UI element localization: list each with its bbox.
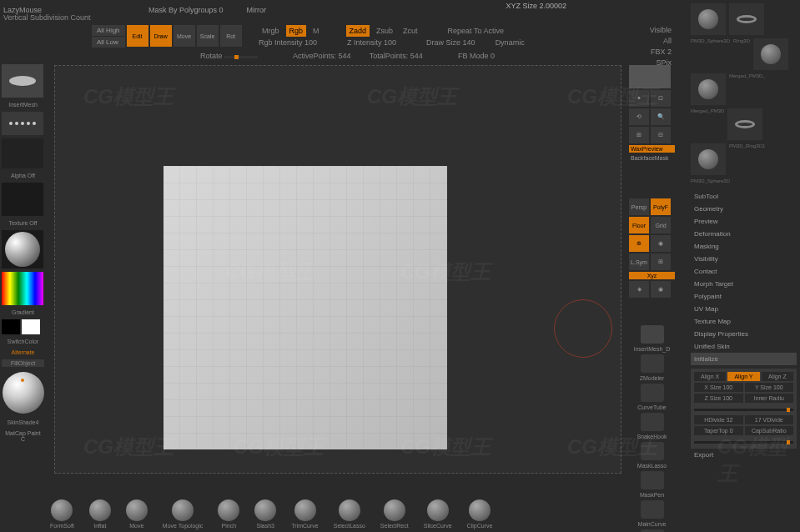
draw-button[interactable]: Draw — [150, 25, 172, 47]
bottom-brush-5[interactable]: Slash3 — [254, 499, 276, 529]
snakehook-icon[interactable] — [641, 413, 664, 431]
bottom-brush-1[interactable]: Inflat — [89, 499, 111, 529]
align-x-button[interactable]: Align X — [694, 372, 726, 381]
section-unified-skin[interactable]: Unified Skin — [691, 340, 797, 353]
tapertop-slider[interactable]: TaperTop 0 — [694, 426, 743, 435]
bpr-button[interactable]: ✦ — [629, 90, 649, 107]
bottom-brush-4[interactable]: Pinch — [218, 499, 239, 529]
section-visibility[interactable]: Visibility — [691, 253, 797, 265]
zsub-button[interactable]: Zsub — [373, 25, 396, 37]
bottom-brush-10[interactable]: ClipCurve — [467, 499, 493, 529]
rgb-intensity-slider[interactable]: Rgb Intensity 100 — [259, 38, 317, 47]
gradient-label[interactable]: Gradient — [2, 309, 44, 316]
bottom-brush-2[interactable]: Move — [126, 499, 148, 529]
frame-button[interactable]: ⊡ — [651, 90, 671, 107]
maskby-label[interactable]: Mask By Polygroups 0 — [148, 6, 224, 14]
section-display-properties[interactable]: Display Properties — [691, 328, 797, 340]
floor-button[interactable]: Floor — [629, 217, 649, 233]
section-contact[interactable]: Contact — [691, 265, 797, 278]
bottom-brush-9[interactable]: SliceCurve — [424, 499, 452, 529]
wax-preview-label[interactable]: WaxPreview — [629, 145, 675, 153]
edit-button[interactable]: Edit — [127, 25, 148, 47]
matcap-label[interactable]: MatCap Paint C — [2, 429, 44, 443]
section-uv-map[interactable]: UV Map — [691, 303, 797, 315]
zcut-button[interactable]: Zcut — [400, 25, 421, 37]
section-geometry[interactable]: Geometry — [691, 203, 797, 215]
subdiv-label[interactable]: Vertical Subdivision Count — [3, 13, 91, 22]
zadd-button[interactable]: Zadd — [346, 25, 370, 37]
mrgb-button[interactable]: Mrgb — [259, 25, 283, 37]
bottom-brush-0[interactable]: FormSoft — [50, 499, 74, 529]
rotate-label[interactable]: Rotate — [200, 52, 223, 60]
hdivide-slider[interactable]: HDivide 32 — [694, 415, 743, 424]
bottom-brush-7[interactable]: SelectLasso — [334, 499, 365, 529]
capsubratio-slider[interactable]: CapSubRatio — [745, 426, 794, 435]
xyz-button[interactable]: Xyz — [629, 272, 675, 279]
bottom-brush-8[interactable]: SelectRect — [380, 499, 409, 529]
color-picker[interactable] — [2, 272, 43, 305]
fb-mode-label[interactable]: FB Mode 0 — [458, 52, 495, 60]
y-size-slider[interactable]: Y Size 100 — [745, 383, 794, 392]
all-label[interactable]: All — [660, 36, 675, 46]
align-z-button[interactable]: Align Z — [762, 372, 793, 381]
color-swatch-white[interactable] — [22, 319, 40, 334]
fbx-label[interactable]: FBX 2 — [647, 47, 675, 57]
bottom-brush-3[interactable]: Move Topologic — [163, 499, 204, 529]
section-texture-map[interactable]: Texture Map — [691, 315, 797, 328]
inner-radius-slider[interactable]: Inner Radiu — [745, 394, 794, 403]
maskpen-icon[interactable] — [641, 471, 664, 489]
bottom-brush-6[interactable]: TrimCurve — [291, 499, 318, 529]
mirror-label[interactable]: Mirror — [247, 6, 267, 14]
section-masking[interactable]: Masking — [691, 240, 797, 253]
tool-thumb-5[interactable] — [691, 143, 726, 175]
color-swatch-black[interactable] — [2, 319, 20, 334]
all-high-button[interactable]: All High — [92, 25, 125, 36]
curvetube-icon[interactable] — [641, 384, 664, 402]
plane-mesh[interactable] — [164, 166, 447, 449]
tool-thumb-1[interactable] — [729, 3, 764, 35]
section-export[interactable]: Export — [691, 449, 797, 461]
z-size-slider[interactable]: Z Size 100 — [694, 394, 743, 403]
material-preview[interactable] — [2, 230, 43, 269]
move-button[interactable]: Move — [174, 25, 195, 47]
local-button[interactable]: ⊕ — [629, 235, 649, 252]
tool-thumb[interactable] — [629, 65, 671, 88]
draw-size-slider[interactable]: Draw Size 140 — [426, 38, 475, 47]
z-intensity-slider[interactable]: Z Intensity 100 — [347, 38, 396, 47]
all-low-button[interactable]: All Low — [92, 37, 125, 48]
scroll-button[interactable]: ⟲ — [629, 108, 649, 125]
polyf-button[interactable]: PolyF — [651, 198, 671, 215]
align-y-button[interactable]: Align Y — [727, 372, 759, 381]
section-preview[interactable]: Preview — [691, 215, 797, 228]
x-size-slider[interactable]: X Size 100 — [694, 383, 743, 392]
tool-thumb-2[interactable] — [753, 38, 788, 70]
tool-thumb-3[interactable] — [691, 73, 726, 105]
alpha-preview[interactable] — [2, 138, 43, 168]
tool-thumb-0[interactable] — [691, 3, 726, 35]
stroke-preview[interactable] — [2, 112, 43, 135]
section-deformation[interactable]: Deformation — [691, 228, 797, 240]
vdivide-slider[interactable]: 17 VDivide — [745, 415, 794, 424]
grid-button[interactable]: Grid — [651, 217, 671, 233]
maincurve-icon[interactable] — [641, 500, 664, 519]
backface-mask-label[interactable]: BackfaceMask — [629, 154, 675, 162]
lsym-button[interactable]: L.Sym — [629, 253, 649, 270]
pivot-button[interactable]: ◉ — [651, 281, 671, 298]
rot-button[interactable]: Rot — [220, 25, 242, 47]
zoom-button[interactable]: 🔍 — [651, 108, 671, 125]
rgb-button[interactable]: Rgb — [286, 25, 307, 37]
dynamic-label[interactable]: Dynamic — [496, 38, 525, 47]
masklasso-icon[interactable] — [641, 442, 664, 460]
visible-label[interactable]: Visible — [647, 25, 675, 35]
brush-preview[interactable] — [2, 64, 43, 98]
persp-button[interactable]: Persp — [629, 198, 649, 215]
texture-preview[interactable] — [2, 183, 43, 216]
spivot-button[interactable]: ◈ — [629, 281, 649, 298]
edit2-button[interactable]: ◉ — [651, 235, 671, 252]
scale-button[interactable]: Scale — [197, 25, 219, 47]
alternate-label[interactable]: Alternate — [2, 349, 44, 356]
init-slider-2[interactable] — [694, 441, 793, 444]
m-button[interactable]: M — [309, 25, 323, 37]
zmodeler-icon[interactable] — [641, 354, 664, 373]
section-polypaint[interactable]: Polypaint — [691, 290, 797, 303]
